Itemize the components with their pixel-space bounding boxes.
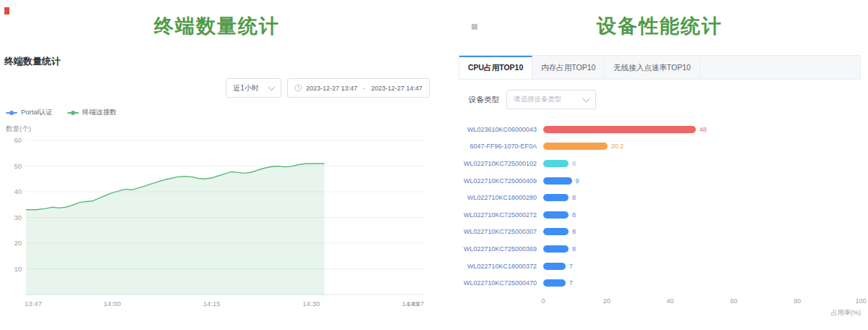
terminal-statistics-panel: 终端数量统计 终端数量统计 近1小时 2023-12-27 13:47 - 20… <box>0 0 434 330</box>
bar-track: 9 <box>543 177 861 185</box>
bar-value-label: 7 <box>569 263 573 270</box>
legend-item-portal[interactable]: Portal认证 <box>6 108 53 117</box>
bar-row: WL022710KC7250003698 <box>459 240 861 258</box>
chart-legend: Portal认证终端连接数 <box>6 108 430 117</box>
bar <box>543 143 608 150</box>
bar <box>543 126 696 133</box>
chevron-down-icon <box>268 83 275 90</box>
chevron-down-icon <box>583 95 590 102</box>
tab-memory-top10[interactable]: 内存占用TOP10 <box>532 56 605 79</box>
bar-value-label: 7 <box>569 279 573 287</box>
bar-row: WL022710KC180002808 <box>459 189 861 206</box>
bar-category-label: WL022710KC18000372 <box>459 263 543 270</box>
bar-track: 8 <box>543 194 861 201</box>
cpu-top10-bar-chart: WL023610KC06000043486047-FF96-1070-EF0A2… <box>459 121 861 292</box>
x-tick-label: 0 <box>541 297 545 305</box>
bar-category-label: WL022710KC725000272 <box>459 211 543 219</box>
legend-marker-icon <box>67 112 79 114</box>
x-tick-label: 14:30 <box>302 300 320 308</box>
x-tick-label: 14:15 <box>203 300 221 308</box>
bar-value-label: 8 <box>572 194 576 201</box>
legend-marker-icon <box>6 112 17 114</box>
bar-track: 7 <box>543 279 861 287</box>
bar-category-label: WL022710KC725000409 <box>459 177 543 185</box>
clock-icon <box>294 84 302 92</box>
y-tick-label: 30 <box>14 213 22 221</box>
y-tick-label: 40 <box>14 187 22 195</box>
bar-value-label: 8 <box>572 211 576 219</box>
y-tick-label: 10 <box>14 265 22 273</box>
bar-row: WL023610KC0600004348 <box>459 121 861 138</box>
bar-row: WL022710KC7250002728 <box>459 206 861 224</box>
bar <box>543 279 566 287</box>
legend-item-terminal-connections[interactable]: 终端连接数 <box>67 108 117 117</box>
bar <box>543 160 569 167</box>
terminal-count-card: 终端数量统计 近1小时 2023-12-27 13:47 - 2023-12-2… <box>4 55 430 313</box>
bar-value-label: 8 <box>572 228 576 235</box>
bar-value-label: 8 <box>572 245 576 253</box>
legend-dot-icon <box>9 111 14 115</box>
device-type-label: 设备类型 <box>469 95 499 105</box>
bar <box>543 194 569 201</box>
bar-value-label: 20.2 <box>611 143 624 150</box>
bar-category-label: WL022710KC18000280 <box>459 194 543 201</box>
bar <box>543 211 569 219</box>
bar-row: WL022710KC180003727 <box>459 258 861 275</box>
legend-label: Portal认证 <box>21 108 53 117</box>
bar-track: 8 <box>543 160 861 167</box>
device-type-select[interactable]: 请选择设备类型 <box>506 90 596 109</box>
bar-row: WL022710KC7250004099 <box>459 172 861 190</box>
left-page-title: 终端数量统计 <box>4 13 430 39</box>
y-axis-title: 数量(个) <box>6 124 430 134</box>
time-range-value: 近1小时 <box>233 83 259 93</box>
bar <box>543 245 569 253</box>
legend-label: 终端连接数 <box>82 108 117 117</box>
bar-category-label: WL022710KC725000102 <box>459 160 543 167</box>
y-tick-label: 60 <box>14 136 22 144</box>
bar-track: 8 <box>543 228 861 235</box>
dashboard: 终端数量统计 终端数量统计 近1小时 2023-12-27 13:47 - 20… <box>0 0 868 330</box>
date-range-picker[interactable]: 2023-12-27 13:47 - 2023-12-27 14:47 <box>287 78 430 98</box>
bar-category-label: WL022710KC725000307 <box>459 228 543 235</box>
bar-track: 8 <box>543 245 861 253</box>
bar-track: 20.2 <box>543 143 861 150</box>
y-tick-label: 50 <box>14 162 22 170</box>
performance-tabs: CPU占用TOP10内存占用TOP10无线接入点速率TOP10 <box>459 55 861 80</box>
bar-category-label: WL023610KC06000043 <box>459 126 543 133</box>
bar <box>543 263 566 270</box>
y-tick-label: 20 <box>14 239 22 247</box>
x-axis-title: 占用率(%) <box>459 308 861 318</box>
bar-row: WL022710KC7250003078 <box>459 224 861 241</box>
gray-mark-icon <box>472 24 477 30</box>
x-tick-label: 13:47 <box>25 300 42 308</box>
series-area <box>26 164 325 295</box>
tab-wireless-ap-rate-top10[interactable]: 无线接入点速率TOP10 <box>605 56 700 79</box>
bar-value-label: 9 <box>576 177 579 185</box>
bar-row: WL022710KC7250004707 <box>459 274 861 292</box>
right-page-title: 设备性能统计 <box>459 13 861 39</box>
terminal-card-title: 终端数量统计 <box>4 55 430 68</box>
bar-x-axis: 020406080100 <box>543 297 861 305</box>
bar <box>543 177 572 185</box>
legend-dot-icon <box>71 111 75 115</box>
bar-track: 48 <box>543 126 861 133</box>
chart-controls: 近1小时 2023-12-27 13:47 - 2023-12-27 14:47 <box>4 78 430 98</box>
tab-cpu-top10[interactable]: CPU占用TOP10 <box>459 56 532 79</box>
device-performance-panel: 设备性能统计 CPU占用TOP10内存占用TOP10无线接入点速率TOP10 设… <box>434 0 868 330</box>
date-separator: - <box>361 85 367 92</box>
date-end: 2023-12-27 14:47 <box>371 85 422 92</box>
bar-row: 6047-FF96-1070-EF0A20.2 <box>459 138 861 156</box>
device-type-placeholder: 请选择设备类型 <box>514 95 562 104</box>
x-tick-label: 80 <box>793 297 801 305</box>
x-tick-label: 14:00 <box>103 300 121 308</box>
bar-row: WL022710KC7250001028 <box>459 155 861 172</box>
red-mark-icon <box>4 7 9 14</box>
bar <box>543 228 569 235</box>
bar-track: 8 <box>543 211 861 219</box>
bar-category-label: WL022710KC725000369 <box>459 245 543 253</box>
x-tick-label: 20 <box>603 297 610 305</box>
bar-category-label: 6047-FF96-1070-EF0A <box>459 143 543 150</box>
time-range-select[interactable]: 近1小时 <box>226 78 281 98</box>
x-tick-label: 60 <box>730 297 737 305</box>
bar-category-label: WL022710KC725000470 <box>459 279 543 287</box>
